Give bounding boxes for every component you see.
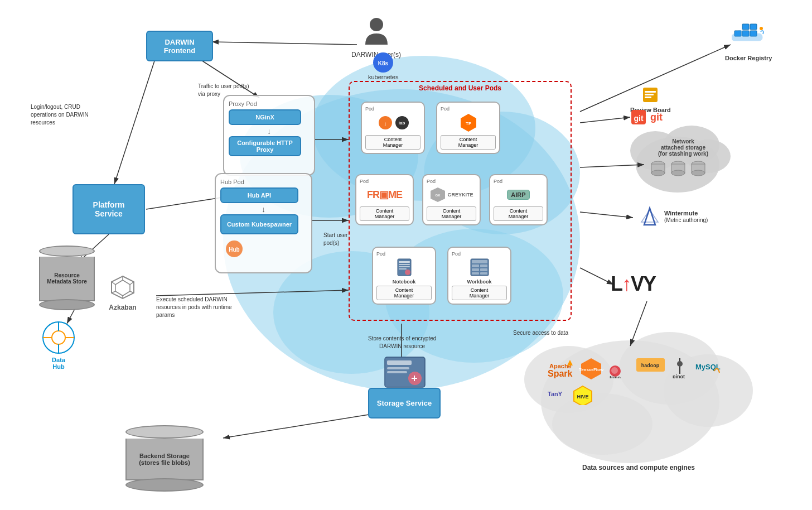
- kubespawner-box: Custom Kubespawner: [220, 214, 298, 234]
- airp-text: AIRP: [507, 190, 529, 200]
- pod-notebook-cm: ContentManager: [376, 286, 432, 300]
- datahub-icon: [42, 321, 75, 354]
- svg-text:Hub: Hub: [229, 247, 239, 253]
- svg-rect-66: [472, 264, 479, 267]
- git-label: git: [650, 112, 663, 123]
- pod-tf1-icon: TF: [441, 112, 496, 134]
- pod-jupyter-label: Pod: [365, 106, 420, 112]
- pod-greykite: Pod GK GREYKITE ContentManager: [422, 174, 481, 225]
- user-icon: [362, 17, 390, 47]
- svg-rect-61: [399, 266, 410, 267]
- greykite-text: GREYKITE: [447, 192, 473, 198]
- svg-rect-68: [472, 268, 479, 271]
- git-icon: git: [630, 109, 647, 126]
- data-sources-label: Data sources and compute engines: [560, 463, 717, 473]
- proxy-pod-container: Proxy Pod NGinX ↓ Configurable HTTP Prox…: [223, 95, 315, 176]
- svg-text:TensorFlow: TensorFlow: [579, 367, 604, 372]
- hadoop-logo: hadoop: [635, 357, 666, 379]
- svg-rect-80: [742, 24, 749, 30]
- resource-metadata-store: ResourceMetadata Store: [33, 246, 100, 310]
- datahub-label: DataHub: [42, 357, 75, 370]
- storage-service-box: Storage Service: [368, 388, 441, 418]
- datahub-logo: DataHub: [42, 321, 75, 370]
- platform-service-box: Platform Service: [72, 184, 145, 234]
- svg-text:HIVE: HIVE: [577, 394, 588, 400]
- spark-icon: Apache Spark: [547, 357, 574, 379]
- pod-jupyter-cm: ContentManager: [365, 135, 420, 150]
- storage-service-label: Storage Service: [377, 399, 432, 407]
- svg-line-48: [112, 282, 115, 285]
- svg-point-97: [692, 170, 705, 176]
- kubernetes-icon-area: K8s kubernetes: [368, 51, 398, 80]
- pod-frame-cm: ContentManager: [360, 206, 409, 221]
- wintermute-icon: [639, 205, 661, 228]
- svg-rect-86: [645, 97, 651, 98]
- platform-service-label: Platform Service: [78, 200, 139, 218]
- svg-text:j: j: [384, 121, 386, 126]
- hive-logo: HIVE: [571, 384, 596, 405]
- secure-access-annotation: Secure access to data: [513, 329, 568, 337]
- network-storage-cylinders: [650, 161, 707, 177]
- pod-jupyter-icons: j lab: [365, 112, 420, 134]
- svg-rect-81: [750, 24, 757, 30]
- pod-notebook-name: Notebook: [376, 279, 432, 285]
- darwin-frontend-label: DARWIN Frontend: [152, 38, 207, 55]
- nginx-box: NGinX: [229, 109, 301, 125]
- svg-line-29: [580, 117, 630, 123]
- azkaban-logo: Azkaban: [109, 273, 137, 311]
- git-area: git git: [630, 109, 663, 126]
- store-contents-annotation: Store contents of encryptedDARWIN resour…: [368, 335, 436, 350]
- hadoop-icon: hadoop: [635, 357, 666, 378]
- pod-airp-cm: ContentManager: [494, 206, 543, 221]
- svg-text:K8s: K8s: [378, 60, 389, 66]
- pod-airp-icon: AIRP: [494, 184, 543, 205]
- docker-registry-label: Docker Registry: [725, 55, 772, 61]
- pod-workbook-cm: ContentManager: [452, 286, 507, 300]
- svg-text:GK: GK: [436, 194, 441, 197]
- pod-workbook-label: Pod: [452, 251, 507, 257]
- hive-icon: HIVE: [571, 384, 596, 405]
- pod-frame-icon: FR▣ME: [360, 184, 409, 205]
- hub-pod-container: Hub Pod Hub API ↓ Custom Kubespawner Hub: [215, 173, 312, 273]
- svg-text:Spark: Spark: [548, 369, 573, 378]
- pod-frame-label: Pod: [360, 179, 409, 184]
- svg-line-30: [580, 212, 633, 218]
- pod-airp-label: Pod: [494, 179, 543, 184]
- diagram-container: DARWIN Frontend DARWIN user(s) Login/log…: [0, 0, 812, 510]
- svg-text:trino: trino: [610, 375, 621, 378]
- livy-label: L↑VY: [611, 272, 655, 296]
- tany-logo: TanY: [547, 384, 566, 405]
- tensorflow-logo: TensorFlow: [579, 357, 604, 379]
- storage-service-icon: [384, 356, 426, 391]
- backend-storage: Backend Storage(stores file blobs): [120, 425, 209, 492]
- darwin-frontend-box: DARWIN Frontend: [146, 31, 213, 61]
- svg-point-91: [651, 170, 665, 176]
- svg-point-63: [405, 270, 410, 275]
- svg-line-45: [130, 291, 134, 293]
- svg-marker-99: [641, 210, 658, 222]
- svg-line-44: [130, 282, 134, 285]
- svg-rect-67: [480, 264, 487, 267]
- greykite-icon: GK: [429, 186, 446, 203]
- svg-rect-71: [480, 272, 487, 275]
- trino-icon: trino: [608, 357, 631, 378]
- svg-point-34: [370, 18, 383, 31]
- jupyter-icon: j: [378, 115, 393, 131]
- svg-rect-84: [645, 91, 656, 93]
- storage-icon: [384, 356, 426, 388]
- svg-text:MySQL: MySQL: [695, 363, 721, 371]
- trino-logo: trino: [608, 357, 631, 379]
- svg-line-27: [223, 413, 379, 438]
- svg-rect-69: [480, 268, 487, 271]
- svg-rect-62: [399, 268, 407, 270]
- pod-workbook-name: Workbook: [452, 279, 507, 285]
- svg-line-33: [580, 165, 644, 167]
- pod-airp: Pod AIRP ContentManager: [489, 174, 548, 225]
- wintermute-label: Wintermute(Metric authoring): [664, 210, 708, 223]
- tensorflow-data-icon: TensorFlow: [579, 357, 604, 379]
- kubernetes-icon: K8s: [372, 51, 394, 74]
- pinot-icon: pinot: [670, 357, 690, 378]
- svg-marker-42: [115, 280, 130, 296]
- svg-rect-74: [387, 367, 409, 369]
- svg-point-110: [677, 361, 683, 367]
